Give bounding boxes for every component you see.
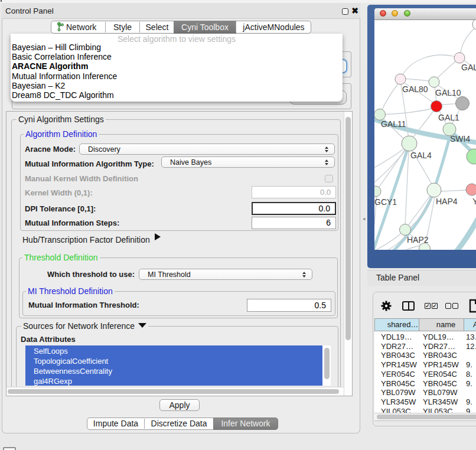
svg-text:SWI4: SWI4 bbox=[450, 134, 470, 144]
svg-text:GAL1: GAL1 bbox=[438, 113, 459, 122]
svg-text:HAP2: HAP2 bbox=[407, 235, 429, 244]
svg-text:GAL10: GAL10 bbox=[435, 88, 461, 97]
svg-text:GAL11: GAL11 bbox=[381, 119, 406, 129]
svg-text:GCY1: GCY1 bbox=[374, 197, 397, 207]
svg-text:GAL4: GAL4 bbox=[410, 151, 432, 160]
svg-text:GAL7: GAL7 bbox=[461, 63, 476, 72]
svg-text:GAL80: GAL80 bbox=[402, 84, 428, 94]
svg-text:HAP4: HAP4 bbox=[436, 197, 458, 206]
svg-text:Y: Y bbox=[472, 197, 476, 206]
